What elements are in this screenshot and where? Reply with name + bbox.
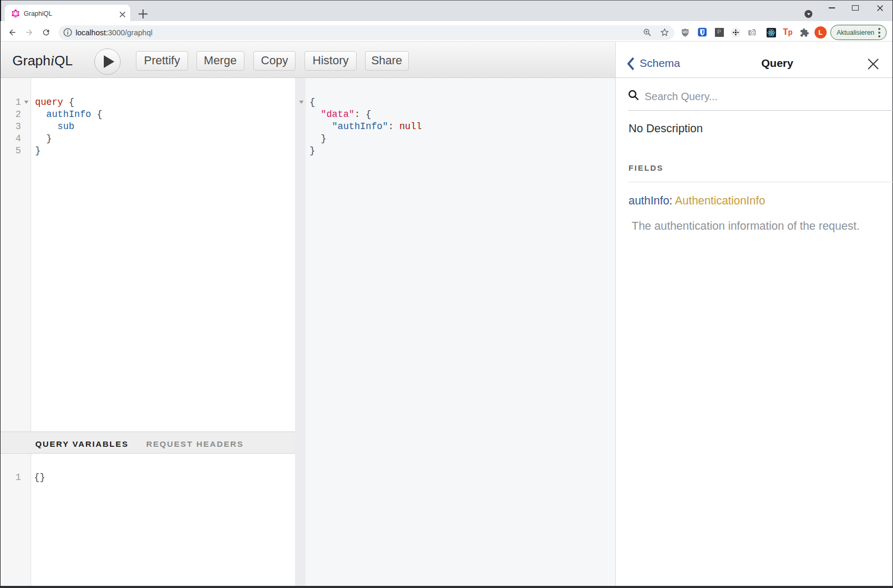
svg-text:UO: UO bbox=[683, 30, 688, 34]
